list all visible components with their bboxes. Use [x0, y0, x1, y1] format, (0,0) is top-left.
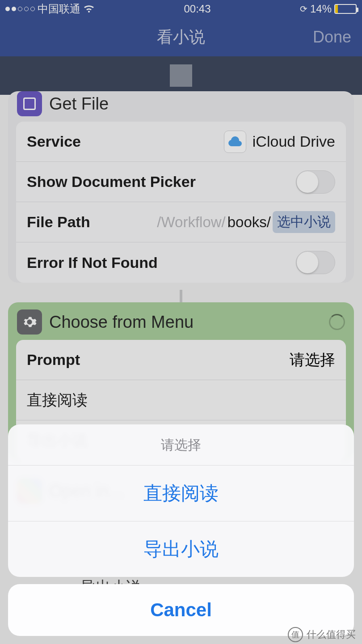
toolbar [0, 56, 362, 95]
carrier-label: 中国联通 [38, 2, 80, 16]
path-prefix: /Workflow/ [157, 214, 225, 231]
error-label: Error If Not Found [27, 254, 158, 271]
file-action-icon [17, 91, 42, 116]
row-file-path[interactable]: File Path /Workflow/ books/ 选中小说 [16, 202, 346, 242]
menu-item-label: 直接阅读 [27, 390, 88, 411]
error-toggle[interactable] [296, 251, 335, 274]
action-title: Get File [49, 94, 109, 114]
wifi-icon [83, 4, 95, 13]
status-bar: 中国联通 00:43 ⟳ 14% [0, 0, 362, 18]
service-label: Service [27, 133, 81, 150]
menu-item[interactable]: 直接阅读 [16, 380, 346, 420]
battery-icon [334, 4, 357, 14]
path-folder: books/ [227, 214, 271, 231]
action-sheet: 请选择 直接阅读 导出小说 Cancel [8, 424, 354, 636]
rotation-lock-icon: ⟳ [300, 4, 307, 14]
prompt-label: Prompt [27, 351, 80, 369]
prompt-value: 请选择 [290, 350, 335, 370]
row-service[interactable]: Service iCloud Drive [16, 122, 346, 162]
picker-toggle[interactable] [296, 170, 335, 194]
gear-icon [17, 309, 42, 335]
sheet-title: 请选择 [8, 424, 354, 466]
done-button[interactable]: Done [313, 28, 351, 47]
signal-dots-icon [5, 7, 35, 11]
watermark-text: 什么值得买 [307, 628, 356, 641]
battery-pct: 14% [310, 3, 332, 15]
row-error-not-found: Error If Not Found [16, 242, 346, 283]
sheet-option-read[interactable]: 直接阅读 [8, 466, 354, 521]
path-label: File Path [27, 213, 90, 231]
nav-bar: 看小说 Done [0, 18, 362, 56]
watermark-icon: 值 [288, 627, 303, 642]
row-document-picker: Show Document Picker [16, 162, 346, 202]
service-value: iCloud Drive [253, 133, 335, 150]
action-get-file: Get File Service iCloud Drive Show Docum… [8, 91, 354, 283]
clock: 00:43 [184, 3, 210, 15]
spinner-icon [329, 314, 345, 330]
toolbar-stop-icon[interactable] [170, 64, 192, 87]
picker-label: Show Document Picker [27, 173, 196, 191]
watermark: 值 什么值得买 [288, 627, 356, 642]
row-prompt[interactable]: Prompt 请选择 [16, 340, 346, 380]
path-variable-token[interactable]: 选中小说 [273, 211, 335, 233]
menu-action-title: Choose from Menu [49, 313, 194, 332]
page-title: 看小说 [157, 26, 205, 48]
icloud-icon [224, 131, 246, 153]
connector-line [180, 290, 182, 303]
sheet-option-export[interactable]: 导出小说 [8, 521, 354, 577]
